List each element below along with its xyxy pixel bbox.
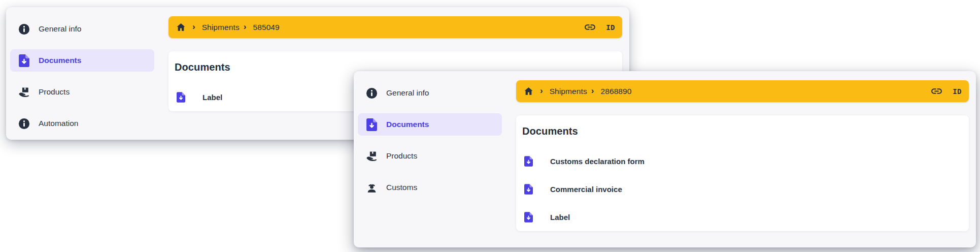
sidebar-item-label: Products xyxy=(39,87,70,97)
sidebar: General info Documents Products Automati… xyxy=(6,7,158,135)
sidebar-item-general-info[interactable]: General info xyxy=(10,18,154,40)
sidebar-item-label: Documents xyxy=(386,120,429,129)
id-button[interactable]: ID xyxy=(605,22,616,33)
document-download-icon xyxy=(524,156,533,167)
document-download-icon xyxy=(177,92,185,103)
box-in-hand-icon xyxy=(366,150,378,162)
document-download-icon xyxy=(524,184,533,195)
document-row[interactable]: Commercial invoice xyxy=(516,175,969,203)
breadcrumb-shipment-id: 2868890 xyxy=(600,87,631,96)
customs-officer-icon xyxy=(366,182,378,194)
document-download-icon xyxy=(524,212,533,223)
copy-link-button[interactable] xyxy=(929,84,944,99)
breadcrumb: › Shipments › 2868890 xyxy=(524,86,632,96)
info-icon xyxy=(18,118,30,130)
sidebar-item-label: Customs xyxy=(386,183,417,192)
document-label: Label xyxy=(550,213,570,222)
sidebar-item-label: General info xyxy=(386,88,429,98)
sidebar-item-label: General info xyxy=(39,24,81,34)
sidebar-item-products[interactable]: Products xyxy=(10,81,154,103)
document-label: Customs declaration form xyxy=(550,157,645,166)
sidebar-item-label: Products xyxy=(386,151,417,161)
sidebar: General info Documents Products Customs xyxy=(354,71,506,199)
copy-link-button[interactable] xyxy=(583,20,597,35)
home-icon[interactable] xyxy=(524,86,533,96)
sidebar-item-automation[interactable]: Automation xyxy=(10,112,154,135)
document-row[interactable]: Label xyxy=(516,203,969,231)
breadcrumb-bar: › Shipments › 2868890 ID xyxy=(516,80,969,102)
sidebar-item-label: Documents xyxy=(39,56,81,65)
breadcrumb-actions: ID xyxy=(583,20,616,35)
shipment-card-front: General info Documents Products Customs … xyxy=(354,71,976,247)
info-icon xyxy=(366,87,378,99)
main-content: › Shipments › 2868890 ID Documents Custo… xyxy=(516,71,976,247)
document-row[interactable]: Customs declaration form xyxy=(516,147,969,175)
id-button[interactable]: ID xyxy=(952,86,963,97)
breadcrumb-separator: › xyxy=(244,22,247,31)
id-icon: ID xyxy=(606,23,615,32)
breadcrumb-shipment-id: 585049 xyxy=(253,23,279,32)
link-icon xyxy=(584,21,596,34)
breadcrumb: › Shipments › 585049 xyxy=(176,22,280,32)
document-icon xyxy=(366,118,378,131)
breadcrumb-separator: › xyxy=(540,86,543,95)
breadcrumb-actions: ID xyxy=(929,84,963,99)
sidebar-item-label: Automation xyxy=(39,119,78,128)
breadcrumb-section-shipments[interactable]: Shipments xyxy=(550,87,587,96)
documents-panel: Documents Customs declaration form Comme… xyxy=(516,115,969,231)
sidebar-item-customs[interactable]: Customs xyxy=(358,176,502,199)
panel-title: Documents xyxy=(522,125,969,137)
sidebar-item-general-info[interactable]: General info xyxy=(358,82,502,104)
document-label: Commercial invoice xyxy=(550,185,622,194)
breadcrumb-section-shipments[interactable]: Shipments xyxy=(202,23,240,32)
id-icon: ID xyxy=(953,87,962,96)
document-icon xyxy=(18,54,30,67)
breadcrumb-bar: › Shipments › 585049 ID xyxy=(168,16,622,38)
sidebar-item-products[interactable]: Products xyxy=(358,145,502,167)
breadcrumb-separator: › xyxy=(591,86,594,95)
info-icon xyxy=(18,23,30,35)
sidebar-item-documents[interactable]: Documents xyxy=(358,113,502,136)
breadcrumb-separator: › xyxy=(192,22,195,31)
document-label: Label xyxy=(202,93,222,102)
box-in-hand-icon xyxy=(18,86,30,98)
sidebar-item-documents[interactable]: Documents xyxy=(10,49,154,72)
home-icon[interactable] xyxy=(176,22,186,32)
link-icon xyxy=(930,85,943,98)
